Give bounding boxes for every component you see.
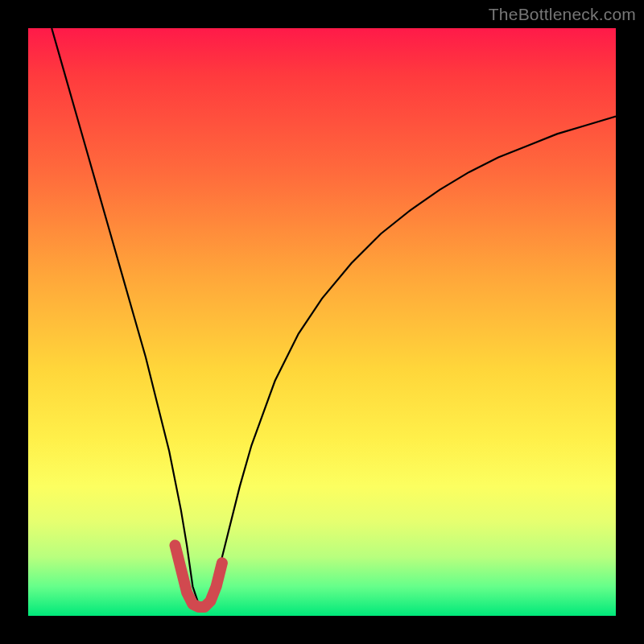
watermark-text: TheBottleneck.com — [489, 5, 636, 24]
curve-layer — [28, 28, 616, 616]
bottom-highlight — [175, 545, 222, 607]
plot-area — [28, 28, 616, 616]
chart-frame: TheBottleneck.com — [0, 0, 644, 644]
main-curve — [52, 28, 616, 604]
